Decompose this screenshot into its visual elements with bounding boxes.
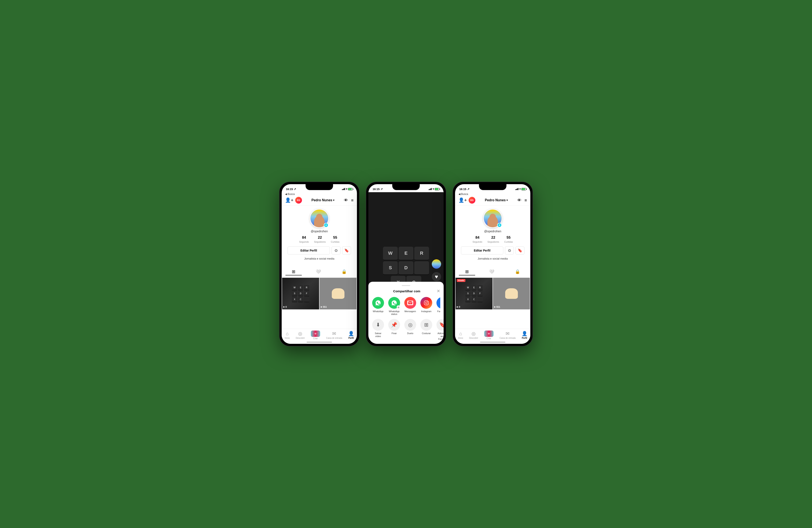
key-v-right: [477, 297, 482, 302]
home-icon-right: ⌂: [459, 331, 462, 336]
fixed-badge: Fixado: [457, 279, 465, 282]
add-follow-icon-right[interactable]: +: [497, 223, 502, 227]
nav-inicio-label: Início: [285, 337, 290, 339]
nav-criar[interactable]: + Criar: [311, 331, 320, 340]
share-whatsapp[interactable]: WhatsApp: [372, 297, 385, 316]
favoritos-label: Adicionar aos Favori...: [436, 332, 444, 341]
add-follow-icon[interactable]: +: [324, 223, 329, 227]
instagram-label: Instagram: [421, 310, 432, 313]
username-header-right[interactable]: Pedro Nunes ▾: [485, 198, 508, 202]
edit-profile-button-right[interactable]: Editar Perfil: [461, 246, 503, 255]
stat-following-right[interactable]: 84 Seguindo: [473, 236, 482, 243]
nav-inbox-right[interactable]: ✉ Caixa de entrada: [499, 331, 516, 339]
tab-private-right[interactable]: 🔒: [509, 268, 526, 275]
status-time-right: 16:15 ↗: [459, 187, 469, 191]
kb-row-1: W E R: [383, 247, 429, 260]
action-favoritos[interactable]: 🔖 Adicionar aos Favori...: [436, 319, 444, 341]
nav-descobrir-right[interactable]: ◎ Descobrir: [469, 331, 478, 339]
add-user-button-right[interactable]: 👤+: [459, 197, 467, 203]
count-text-2-right: 551: [496, 306, 500, 308]
video-thumb-1[interactable]: W E R S D F X C ▶ 0: [282, 278, 319, 310]
nav-criar-right[interactable]: + Criar: [484, 331, 494, 340]
stat-likes-right[interactable]: 55 Curtidas: [504, 236, 513, 243]
svg-point-2: [427, 301, 428, 302]
discover-icon-right: ◎: [472, 331, 476, 336]
nav-inicio-label-right: Início: [458, 337, 463, 339]
key-d: D: [298, 291, 303, 296]
busca-back[interactable]: ◀ Busca: [282, 192, 357, 196]
stat-followers-right[interactable]: 22 Seguidores: [488, 236, 499, 243]
close-share-button[interactable]: ✕: [437, 288, 440, 293]
bookmark-button-right[interactable]: 🔖: [516, 246, 524, 255]
side-avatar[interactable]: [432, 259, 441, 269]
create-button-right[interactable]: +: [484, 331, 494, 337]
following-label: Seguindo: [299, 241, 309, 243]
user-avatar-badge-right[interactable]: RS: [468, 197, 475, 203]
costurar-label: Costurar: [422, 332, 431, 335]
play-icon-right: ▶: [457, 306, 458, 308]
phones-container: 16:15 ↗ ▾ ◀ Busca 👤+: [279, 182, 533, 346]
eye-icon[interactable]: 👁: [344, 198, 348, 203]
facebook-icon: [436, 297, 440, 309]
tab-private[interactable]: 🔒: [335, 268, 353, 275]
share-mensagem[interactable]: Mensagem: [404, 297, 417, 316]
stat-followers[interactable]: 22 Seguidores: [314, 236, 326, 243]
video-thumb-1-right[interactable]: Fixado W E R S D F X C ▶ 0: [455, 278, 492, 310]
key-c: C: [298, 297, 303, 302]
username-header[interactable]: Pedro Nunes ▾: [311, 198, 335, 202]
whatsapp-status-icon: ◎: [388, 297, 400, 309]
share-whatsapp-status[interactable]: ◎ WhatsApp status: [388, 297, 401, 316]
home-indicator: [307, 342, 332, 343]
action-costurar[interactable]: ⊞ Costurar: [420, 319, 433, 341]
kb-key-e: E: [398, 247, 414, 260]
nav-perfil-right[interactable]: 👤 Perfil: [522, 331, 527, 339]
following-count-right: 84: [473, 236, 482, 240]
video-thumb-2-right[interactable]: ▶ 551: [493, 278, 530, 310]
left-phone: 16:15 ↗ ▾ ◀ Busca 👤+: [279, 182, 360, 346]
action-row-right: Editar Perfil ⊙ 🔖: [459, 246, 527, 255]
nav-perfil-label-right: Perfil: [522, 337, 527, 339]
mensagem-icon: [404, 297, 416, 309]
stats-row-right: 84 Seguindo 22 Seguidores 55 Curtidas: [473, 236, 513, 243]
instagram-button[interactable]: ⊙: [332, 246, 340, 255]
nav-perfil[interactable]: 👤 Perfil: [348, 331, 354, 339]
save-video-label: Salvar vídeo: [372, 332, 385, 337]
key-s-right: S: [465, 291, 470, 296]
whatsapp-status-label: WhatsApp status: [388, 310, 401, 316]
tab-videos-right[interactable]: ⊞: [459, 268, 475, 275]
tab-liked[interactable]: 🤍: [309, 268, 327, 275]
video-thumb-2[interactable]: ▶ 551: [320, 278, 357, 310]
busca-back-right[interactable]: ◀ Busca: [455, 192, 530, 196]
middle-phone: 16:15 ↗ ▾ ◀ Busca ← 🔍 Procurar: [366, 182, 446, 346]
nav-inicio-right[interactable]: ⌂ Início: [458, 331, 463, 339]
key-r-right: R: [477, 285, 482, 290]
nav-inicio[interactable]: ⌂ Início: [285, 331, 290, 339]
menu-icon-right[interactable]: ≡: [524, 198, 527, 203]
tab-videos[interactable]: ⊞: [286, 268, 302, 275]
nav-inbox[interactable]: ✉ Caixa de entrada: [326, 331, 342, 339]
action-fixar[interactable]: 📌 Fixar: [388, 319, 401, 341]
stat-following[interactable]: 84 Seguindo: [299, 236, 309, 243]
share-facebook[interactable]: Facebook: [436, 297, 440, 316]
action-dueto[interactable]: ◎ Dueto: [404, 319, 417, 341]
share-instagram[interactable]: Instagram: [420, 297, 433, 316]
share-title: Compartilhar com: [377, 289, 437, 293]
avatar-body-right: [488, 216, 498, 227]
user-avatar-badge[interactable]: RS: [295, 197, 302, 203]
following-count: 84: [299, 236, 309, 240]
eye-icon-right[interactable]: 👁: [517, 198, 521, 203]
menu-icon[interactable]: ≡: [351, 198, 353, 203]
stat-likes[interactable]: 55 Curtidas: [331, 236, 339, 243]
action-save-video[interactable]: ⬇ Salvar vídeo: [372, 319, 385, 341]
bookmark-button[interactable]: 🔖: [342, 246, 351, 255]
tab-liked-right[interactable]: 🤍: [483, 268, 501, 275]
edit-profile-button[interactable]: Editar Perfil: [288, 246, 330, 255]
followers-label: Seguidores: [314, 241, 326, 243]
nav-descobrir[interactable]: ◎ Descobrir: [296, 331, 305, 339]
battery-icon-middle: [435, 188, 439, 190]
wifi-icon-right: ▾: [519, 187, 521, 191]
add-user-button[interactable]: 👤+: [285, 197, 293, 203]
create-button[interactable]: +: [311, 331, 320, 337]
likes-label: Curtidas: [331, 241, 339, 243]
instagram-button-right[interactable]: ⊙: [505, 246, 514, 255]
